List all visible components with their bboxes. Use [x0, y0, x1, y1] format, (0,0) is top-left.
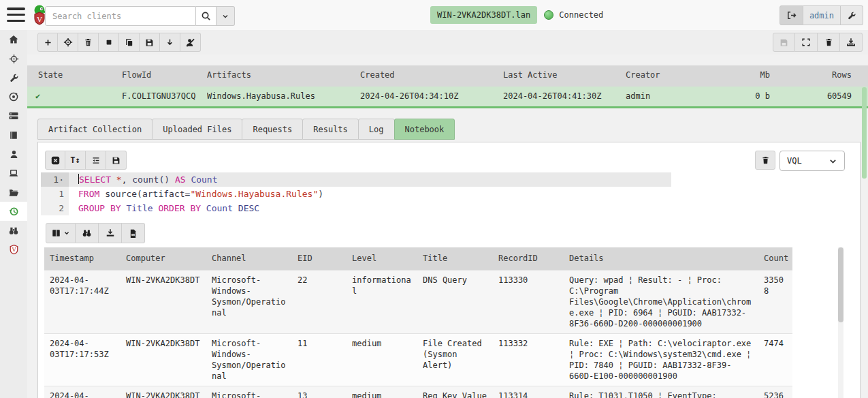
sidebar-item-home[interactable]	[0, 30, 27, 49]
results-column-header[interactable]: Channel	[206, 247, 292, 270]
column-header[interactable]: Created	[360, 65, 503, 87]
results-cell: WIN-2VKA2DK38DT	[120, 333, 206, 386]
code-line[interactable]: SELECT *, count() AS Count	[69, 172, 671, 187]
column-header[interactable]: Last Active	[503, 65, 626, 87]
delete-notebook-button[interactable]	[818, 33, 840, 52]
flow-cell: admin	[626, 87, 728, 106]
flows-table: StateFlowIdArtifactsCreatedLast ActiveCr…	[27, 65, 868, 106]
sidebar-item-host[interactable]	[0, 164, 27, 183]
table-row[interactable]: 2024-04-WIN-2VKA2DK38DTMicrosoft-13mediu…	[44, 386, 792, 398]
logout-button[interactable]	[779, 5, 803, 25]
columns-select-button[interactable]	[46, 223, 76, 243]
results-cell: 5236	[758, 386, 792, 398]
results-column-header[interactable]: Count	[758, 247, 792, 270]
connection-status-label: Connected	[559, 10, 603, 20]
new-collection-button[interactable]	[37, 33, 58, 52]
download-results-button[interactable]	[99, 223, 122, 243]
code-token: source(artifact=	[99, 189, 190, 199]
top-navbar: V WIN-2VKA2DK38DT.lan Connected admin	[0, 0, 868, 30]
results-column-header[interactable]: Level	[347, 247, 417, 270]
results-column-header[interactable]: EID	[292, 247, 347, 270]
results-column-header[interactable]: Computer	[120, 247, 206, 270]
sidebar-item-vfs[interactable]	[0, 183, 27, 202]
remove-user-button[interactable]	[180, 33, 201, 52]
copy-button[interactable]	[119, 33, 140, 52]
results-cell: Rule: EXE ¦ Path: C:\velociraptor.exe ¦ …	[564, 333, 758, 386]
flow-cell: 2024-04-26T04:41:30Z	[503, 87, 626, 106]
sidebar-item-hunts[interactable]	[0, 49, 27, 68]
column-header[interactable]: Rows	[770, 65, 852, 87]
search-rows-button[interactable]	[76, 223, 99, 243]
reformat-button[interactable]	[86, 151, 106, 170]
code-token: count()	[127, 174, 170, 185]
flow-cell: 2024-04-26T04:34:10Z	[360, 87, 503, 106]
sidebar-item-server[interactable]	[0, 106, 27, 125]
collapse-cell-button[interactable]	[45, 151, 65, 170]
delete-button[interactable]	[78, 33, 99, 52]
tab-notebook[interactable]: Notebook	[394, 119, 455, 140]
sidebar-item-notebooks[interactable]	[0, 125, 27, 144]
editor-code[interactable]: SELECT *, count() AS CountFROM source(ar…	[69, 172, 855, 215]
download-button[interactable]	[160, 33, 180, 52]
stop-button[interactable]	[99, 33, 119, 52]
results-cell: Microsoft-Windows-Sysmon/Operational	[206, 333, 292, 386]
table-row[interactable]: 2024-04-03T17:17:53ZWIN-2VKA2DK38DTMicro…	[44, 333, 792, 386]
tab-artifact-collection[interactable]: Artifact Collection	[37, 119, 152, 140]
green-scrollbar-thumb[interactable]	[862, 87, 867, 179]
flows-table-row-selected[interactable]: ✔F.COLITGNU37QCQWindows.Hayabusa.Rules20…	[27, 87, 868, 106]
text-size-button[interactable]: T↕	[65, 151, 86, 170]
code-line[interactable]: GROUP BY Title ORDER BY Count DESC	[69, 201, 855, 215]
results-column-header[interactable]: Timestamp	[44, 247, 120, 270]
user-menu-button[interactable]: admin	[803, 5, 841, 25]
results-scrollbar[interactable]	[838, 247, 843, 398]
sidebar-item-search[interactable]	[0, 221, 27, 240]
cell-language-select[interactable]: VQL	[779, 151, 845, 171]
code-token: FROM	[78, 189, 99, 199]
sidebar-item-about[interactable]: V	[0, 240, 27, 259]
code-token: Count	[201, 203, 233, 213]
results-column-header[interactable]: RecordID	[493, 247, 564, 270]
tab-log[interactable]: Log	[358, 119, 395, 140]
results-toolbar: CSV	[46, 223, 145, 243]
column-header[interactable]: State	[27, 65, 122, 87]
sidebar-item-flows[interactable]	[0, 202, 27, 221]
sidebar-item-server-events[interactable]	[0, 87, 27, 106]
table-row[interactable]: 2024-04-03T17:17:44ZWIN-2VKA2DK38DTMicro…	[44, 270, 792, 333]
search-options-button[interactable]	[216, 6, 235, 26]
save-button[interactable]	[140, 33, 160, 52]
flow-target-button[interactable]	[58, 33, 78, 52]
hamburger-icon[interactable]	[7, 7, 25, 22]
hostname-badge[interactable]: WIN-2VKA2DK38DT.lan	[430, 6, 537, 24]
tab-results[interactable]: Results	[302, 119, 359, 140]
sidebar-item-server-artifacts[interactable]	[0, 68, 27, 87]
sidebar-item-users[interactable]	[0, 144, 27, 164]
search-input[interactable]	[45, 6, 196, 26]
tab-uploaded-files[interactable]: Uploaded Files	[152, 119, 242, 140]
results-cell: WIN-2VKA2DK38DT	[120, 270, 206, 333]
results-cell: 13	[292, 386, 347, 398]
export-button[interactable]	[840, 33, 863, 52]
column-header[interactable]: Artifacts	[207, 65, 360, 87]
search-button[interactable]	[196, 6, 216, 26]
settings-wrench-button[interactable]	[841, 5, 863, 25]
column-header[interactable]: FlowId	[122, 65, 207, 87]
vql-editor[interactable]: 1·12 SELECT *, count() AS CountFROM sour…	[41, 172, 855, 219]
code-line[interactable]: FROM source(artifact="Windows.Hayabusa.R…	[69, 187, 855, 201]
delete-cell-button[interactable]	[755, 151, 775, 170]
flow-state-check: ✔	[27, 87, 122, 106]
results-cell: Microsoft-	[206, 386, 292, 398]
results-column-header[interactable]: Title	[417, 247, 493, 270]
results-scrollbar-thumb[interactable]	[838, 247, 843, 322]
results-table-header: TimestampComputerChannelEIDLevelTitleRec…	[44, 247, 792, 270]
column-header[interactable]: Creator	[626, 65, 728, 87]
export-csv-button[interactable]: CSV	[122, 223, 145, 243]
person-icon	[9, 149, 19, 159]
fullscreen-button[interactable]	[795, 33, 818, 52]
cell-toolbar: T↕	[45, 151, 127, 170]
save-cell-button[interactable]	[106, 151, 127, 170]
shield-v-icon: V	[9, 244, 19, 255]
results-column-header[interactable]: Details	[564, 247, 758, 270]
column-header[interactable]: Mb	[728, 65, 770, 87]
tab-requests[interactable]: Requests	[242, 119, 303, 140]
results-cell: 113332	[493, 333, 564, 386]
